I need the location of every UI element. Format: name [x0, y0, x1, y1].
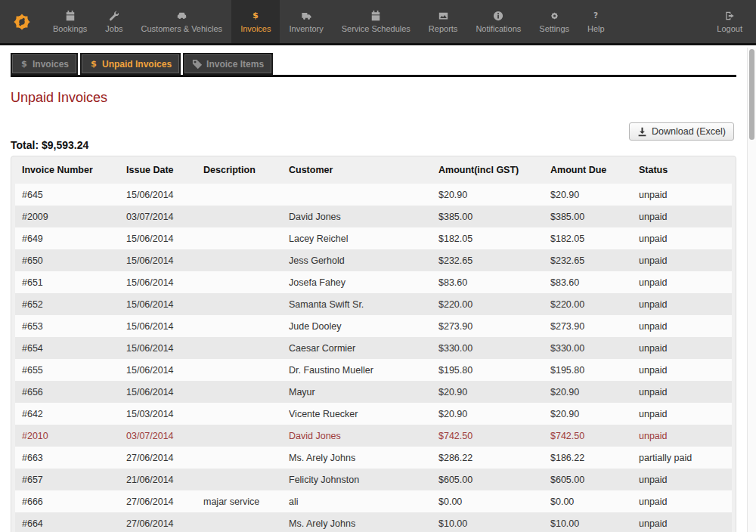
invoice-row-650[interactable]: #65015/06/2014Jess Gerhold$232.65$232.65…	[15, 249, 732, 271]
cell-status: unpaid	[639, 469, 732, 490]
cell-amount-incl-gst: $83.60	[438, 271, 550, 293]
nav-item-label: Customers & Vehicles	[141, 24, 223, 33]
invoice-row-663[interactable]: #66327/06/2014Ms. Arely Johns$286.22$186…	[15, 447, 732, 469]
cell-description	[203, 512, 289, 532]
cell-amount-incl-gst: $182.05	[438, 227, 550, 249]
cell-amount-due: $20.90	[550, 403, 639, 425]
tab-invoice-items[interactable]: Invoice Items	[183, 53, 273, 75]
cell-status: unpaid	[639, 359, 732, 381]
cell-amount-incl-gst: $10.00	[438, 512, 550, 532]
download-icon	[637, 127, 647, 137]
invoice-row-666[interactable]: #66627/06/2014majar serviceali$0.00$0.00…	[15, 490, 732, 512]
cell-issue-date: 21/06/2014	[126, 469, 203, 490]
cell-amount-due: $220.00	[550, 293, 639, 315]
tab-unpaid-invoices[interactable]: $Unpaid Invoices	[80, 53, 181, 75]
toolbar: Total: $9,593.24 Download (Excel)	[11, 106, 736, 156]
cell-invoice-number: #666	[15, 490, 126, 512]
invoice-row-2010[interactable]: #201003/07/2014David Jones$742.50$742.50…	[15, 425, 732, 447]
cell-issue-date: 15/06/2014	[126, 184, 203, 206]
logout-button[interactable]: Logout	[703, 0, 756, 43]
nav-item-notifications[interactable]: Notifications	[466, 0, 530, 43]
top-navigation-bar: BookingsJobsCustomers & Vehicles$Invoice…	[0, 0, 756, 45]
scrollbar-thumb[interactable]	[749, 49, 754, 140]
column-header-issue-date: Issue Date	[126, 156, 203, 184]
cell-customer: Samanta Swift Sr.	[289, 293, 438, 315]
cell-description	[203, 337, 289, 359]
cell-invoice-number: #649	[15, 227, 126, 249]
cell-customer: ali	[289, 490, 438, 512]
cell-status: unpaid	[639, 227, 732, 249]
calendar-icon	[370, 10, 381, 21]
cell-amount-due: $182.05	[550, 227, 639, 249]
invoice-row-657[interactable]: #65721/06/2014Felicity Johnston$605.00$6…	[15, 469, 732, 490]
column-header-invoice-number: Invoice Number	[15, 156, 126, 184]
invoice-row-656[interactable]: #65615/06/2014Mayur$20.90$20.90unpaid	[15, 381, 732, 403]
invoice-row-664[interactable]: #66427/06/2014Ms. Arely Johns$10.00$10.0…	[15, 512, 732, 532]
column-header-status: Status	[639, 156, 732, 184]
logout-label: Logout	[717, 24, 742, 33]
cell-invoice-number: #656	[15, 381, 126, 403]
nav-item-settings[interactable]: Settings	[530, 0, 578, 43]
cell-status: unpaid	[639, 381, 732, 403]
cell-issue-date: 15/06/2014	[126, 249, 203, 271]
nav-item-help[interactable]: ?Help	[578, 0, 614, 43]
nav-item-jobs[interactable]: Jobs	[96, 0, 132, 43]
tab-invoices[interactable]: $Invoices	[11, 53, 78, 75]
invoice-row-655[interactable]: #65515/06/2014Dr. Faustino Mueller$195.8…	[15, 359, 732, 381]
cell-description	[203, 206, 289, 227]
svg-text:$: $	[253, 11, 259, 20]
cell-invoice-number: #664	[15, 512, 126, 532]
invoice-row-653[interactable]: #65315/06/2014Jude Dooley$273.90$273.90u…	[15, 315, 732, 337]
cell-invoice-number: #650	[15, 249, 126, 271]
cell-issue-date: 15/03/2014	[126, 403, 203, 425]
vertical-scrollbar[interactable]	[747, 48, 756, 532]
cell-invoice-number: #651	[15, 271, 126, 293]
tabs-underline	[11, 75, 736, 77]
cell-customer: Felicity Johnston	[289, 469, 438, 490]
cell-amount-due: $232.65	[550, 249, 639, 271]
logout-icon	[724, 10, 736, 21]
invoice-row-651[interactable]: #65115/06/2014Josefa Fahey$83.60$83.60un…	[15, 271, 732, 293]
tab-label: Invoices	[33, 59, 69, 70]
invoice-row-642[interactable]: #64215/03/2014Vicente Ruecker$20.90$20.9…	[15, 403, 732, 425]
cell-amount-due: $0.00	[550, 490, 639, 512]
invoice-row-645[interactable]: #64515/06/2014$20.90$20.90unpaid	[15, 184, 732, 206]
invoice-row-652[interactable]: #65215/06/2014Samanta Swift Sr.$220.00$2…	[15, 293, 732, 315]
cell-customer: Vicente Ruecker	[289, 403, 438, 425]
question-icon: ?	[591, 10, 600, 21]
nav-item-label: Inventory	[289, 24, 323, 33]
nav-item-invoices[interactable]: $Invoices	[231, 0, 280, 43]
nav-item-label: Notifications	[476, 24, 521, 33]
cell-amount-incl-gst: $20.90	[438, 403, 550, 425]
svg-text:$: $	[91, 59, 97, 69]
cell-amount-incl-gst: $0.00	[438, 490, 550, 512]
invoice-row-2009[interactable]: #200903/07/2014David Jones$385.00$385.00…	[15, 206, 732, 227]
cell-customer: Jess Gerhold	[289, 249, 438, 271]
cell-issue-date: 15/06/2014	[126, 227, 203, 249]
cell-amount-due: $330.00	[550, 337, 639, 359]
download-excel-button[interactable]: Download (Excel)	[629, 122, 734, 141]
nav-item-label: Jobs	[105, 24, 122, 33]
cell-customer: Ms. Arely Johns	[289, 512, 438, 532]
app-logo[interactable]	[0, 0, 44, 43]
nav-item-customers-vehicles[interactable]: Customers & Vehicles	[132, 0, 232, 43]
cell-invoice-number: #652	[15, 293, 126, 315]
nav-item-reports[interactable]: Reports	[420, 0, 467, 43]
nav-item-inventory[interactable]: Inventory	[280, 0, 332, 43]
cell-amount-incl-gst: $286.22	[438, 447, 550, 469]
cell-issue-date: 27/06/2014	[126, 447, 203, 469]
chart-icon	[438, 10, 449, 21]
invoice-row-654[interactable]: #65415/06/2014Caesar Cormier$330.00$330.…	[15, 337, 732, 359]
invoice-row-649[interactable]: #64915/06/2014Lacey Reichel$182.05$182.0…	[15, 227, 732, 249]
cell-amount-due: $10.00	[550, 512, 639, 532]
cell-description	[203, 403, 289, 425]
cell-invoice-number: #663	[15, 447, 126, 469]
nav-item-service-schedules[interactable]: Service Schedules	[333, 0, 420, 43]
nav-item-bookings[interactable]: Bookings	[44, 0, 96, 43]
cell-invoice-number: #657	[15, 469, 126, 490]
cell-issue-date: 15/06/2014	[126, 315, 203, 337]
cell-status: unpaid	[639, 315, 732, 337]
column-header-amount-incl-gst: Amount(incl GST)	[438, 156, 550, 184]
gear-logo-icon	[11, 11, 33, 33]
cell-description	[203, 359, 289, 381]
